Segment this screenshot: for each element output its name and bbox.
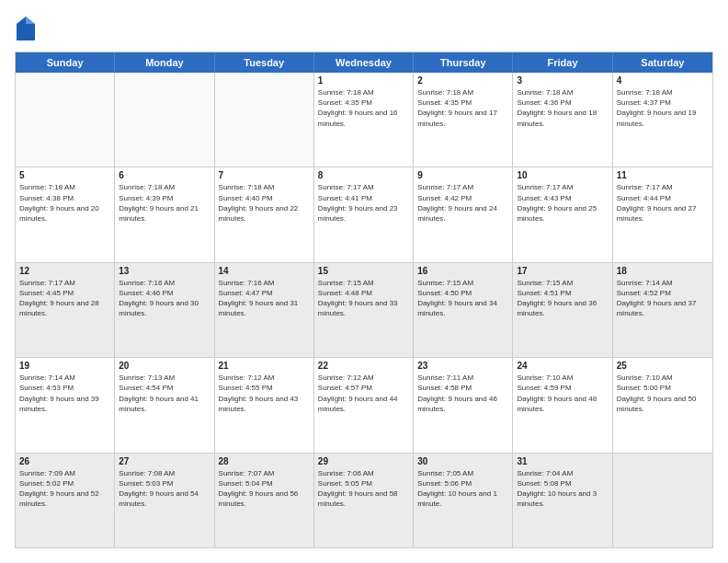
cell-info: Sunrise: 7:05 AM Sunset: 5:06 PM Dayligh… xyxy=(417,468,508,510)
day-number: 20 xyxy=(119,361,210,371)
calendar-cell xyxy=(16,73,115,167)
weekday-header: Thursday xyxy=(414,52,513,73)
calendar-row: 26Sunrise: 7:09 AM Sunset: 5:02 PM Dayli… xyxy=(16,454,712,547)
day-number: 26 xyxy=(19,456,110,466)
cell-info: Sunrise: 7:10 AM Sunset: 5:00 PM Dayligh… xyxy=(617,373,709,414)
weekday-header: Saturday xyxy=(613,52,712,73)
calendar-row: 1Sunrise: 7:18 AM Sunset: 4:35 PM Daylig… xyxy=(16,73,712,167)
day-number: 24 xyxy=(517,361,608,371)
day-number: 19 xyxy=(19,361,110,371)
calendar-cell: 23Sunrise: 7:11 AM Sunset: 4:58 PM Dayli… xyxy=(414,358,513,452)
calendar-cell: 24Sunrise: 7:10 AM Sunset: 4:59 PM Dayli… xyxy=(513,358,612,452)
day-number: 4 xyxy=(617,75,709,86)
cell-info: Sunrise: 7:08 AM Sunset: 5:03 PM Dayligh… xyxy=(119,468,210,510)
day-number: 1 xyxy=(318,75,409,86)
day-number: 11 xyxy=(617,170,709,180)
calendar-cell: 31Sunrise: 7:04 AM Sunset: 5:08 PM Dayli… xyxy=(513,454,612,547)
cell-info: Sunrise: 7:16 AM Sunset: 4:47 PM Dayligh… xyxy=(219,278,310,319)
calendar-cell: 11Sunrise: 7:17 AM Sunset: 4:44 PM Dayli… xyxy=(613,167,712,261)
calendar-cell: 7Sunrise: 7:18 AM Sunset: 4:40 PM Daylig… xyxy=(215,167,314,261)
day-number: 29 xyxy=(318,456,409,466)
cell-info: Sunrise: 7:18 AM Sunset: 4:35 PM Dayligh… xyxy=(417,87,508,129)
logo-icon xyxy=(15,15,37,42)
calendar-cell: 27Sunrise: 7:08 AM Sunset: 5:03 PM Dayli… xyxy=(115,454,214,547)
calendar: SundayMondayTuesdayWednesdayThursdayFrid… xyxy=(15,52,713,548)
calendar-header: SundayMondayTuesdayWednesdayThursdayFrid… xyxy=(16,52,712,73)
calendar-cell: 30Sunrise: 7:05 AM Sunset: 5:06 PM Dayli… xyxy=(414,454,513,547)
day-number: 14 xyxy=(219,266,310,276)
calendar-cell: 1Sunrise: 7:18 AM Sunset: 4:35 PM Daylig… xyxy=(314,73,414,167)
cell-info: Sunrise: 7:10 AM Sunset: 4:59 PM Dayligh… xyxy=(517,373,608,414)
day-number: 16 xyxy=(417,266,508,276)
calendar-cell: 4Sunrise: 7:18 AM Sunset: 4:37 PM Daylig… xyxy=(613,73,712,167)
calendar-cell: 18Sunrise: 7:14 AM Sunset: 4:52 PM Dayli… xyxy=(613,263,712,357)
calendar-cell: 20Sunrise: 7:13 AM Sunset: 4:54 PM Dayli… xyxy=(115,358,214,452)
header xyxy=(15,15,713,42)
cell-info: Sunrise: 7:07 AM Sunset: 5:04 PM Dayligh… xyxy=(219,468,310,510)
calendar-cell xyxy=(115,73,214,167)
calendar-cell xyxy=(215,73,314,167)
day-number: 9 xyxy=(417,170,508,180)
day-number: 8 xyxy=(318,170,409,180)
weekday-header: Monday xyxy=(115,52,214,73)
logo xyxy=(15,15,40,42)
day-number: 7 xyxy=(219,170,310,180)
day-number: 3 xyxy=(517,75,608,86)
calendar-cell: 22Sunrise: 7:12 AM Sunset: 4:57 PM Dayli… xyxy=(314,358,414,452)
cell-info: Sunrise: 7:17 AM Sunset: 4:41 PM Dayligh… xyxy=(318,182,409,224)
calendar-cell: 10Sunrise: 7:17 AM Sunset: 4:43 PM Dayli… xyxy=(513,167,612,261)
cell-info: Sunrise: 7:14 AM Sunset: 4:53 PM Dayligh… xyxy=(19,373,110,414)
day-number: 31 xyxy=(517,456,608,466)
weekday-header: Sunday xyxy=(16,52,115,73)
calendar-cell: 3Sunrise: 7:18 AM Sunset: 4:36 PM Daylig… xyxy=(513,73,612,167)
calendar-cell: 13Sunrise: 7:16 AM Sunset: 4:46 PM Dayli… xyxy=(115,263,214,357)
weekday-header: Wednesday xyxy=(314,52,414,73)
day-number: 21 xyxy=(219,361,310,371)
day-number: 5 xyxy=(19,170,110,180)
calendar-row: 12Sunrise: 7:17 AM Sunset: 4:45 PM Dayli… xyxy=(16,263,712,358)
day-number: 22 xyxy=(318,361,409,371)
cell-info: Sunrise: 7:17 AM Sunset: 4:44 PM Dayligh… xyxy=(617,182,709,224)
calendar-cell: 2Sunrise: 7:18 AM Sunset: 4:35 PM Daylig… xyxy=(414,73,513,167)
day-number: 25 xyxy=(617,361,709,371)
day-number: 12 xyxy=(19,266,110,276)
cell-info: Sunrise: 7:06 AM Sunset: 5:05 PM Dayligh… xyxy=(318,468,409,510)
calendar-cell: 15Sunrise: 7:15 AM Sunset: 4:48 PM Dayli… xyxy=(314,263,414,357)
cell-info: Sunrise: 7:15 AM Sunset: 4:48 PM Dayligh… xyxy=(318,278,409,319)
day-number: 6 xyxy=(119,170,210,180)
cell-info: Sunrise: 7:17 AM Sunset: 4:45 PM Dayligh… xyxy=(19,278,110,319)
day-number: 18 xyxy=(617,266,709,276)
calendar-cell: 5Sunrise: 7:18 AM Sunset: 4:38 PM Daylig… xyxy=(16,167,115,261)
calendar-cell: 29Sunrise: 7:06 AM Sunset: 5:05 PM Dayli… xyxy=(314,454,414,547)
cell-info: Sunrise: 7:16 AM Sunset: 4:46 PM Dayligh… xyxy=(119,278,210,319)
cell-info: Sunrise: 7:18 AM Sunset: 4:37 PM Dayligh… xyxy=(617,87,709,129)
calendar-cell xyxy=(613,454,712,547)
calendar-cell: 8Sunrise: 7:17 AM Sunset: 4:41 PM Daylig… xyxy=(314,167,414,261)
cell-info: Sunrise: 7:17 AM Sunset: 4:43 PM Dayligh… xyxy=(517,182,608,224)
cell-info: Sunrise: 7:11 AM Sunset: 4:58 PM Dayligh… xyxy=(417,373,508,414)
day-number: 15 xyxy=(318,266,409,276)
calendar-cell: 16Sunrise: 7:15 AM Sunset: 4:50 PM Dayli… xyxy=(414,263,513,357)
cell-info: Sunrise: 7:12 AM Sunset: 4:55 PM Dayligh… xyxy=(219,373,310,414)
cell-info: Sunrise: 7:13 AM Sunset: 4:54 PM Dayligh… xyxy=(119,373,210,414)
svg-marker-1 xyxy=(26,17,35,24)
day-number: 2 xyxy=(417,75,508,86)
cell-info: Sunrise: 7:04 AM Sunset: 5:08 PM Dayligh… xyxy=(517,468,608,510)
cell-info: Sunrise: 7:09 AM Sunset: 5:02 PM Dayligh… xyxy=(19,468,110,510)
cell-info: Sunrise: 7:18 AM Sunset: 4:38 PM Dayligh… xyxy=(19,182,110,224)
day-number: 30 xyxy=(417,456,508,466)
cell-info: Sunrise: 7:12 AM Sunset: 4:57 PM Dayligh… xyxy=(318,373,409,414)
calendar-row: 19Sunrise: 7:14 AM Sunset: 4:53 PM Dayli… xyxy=(16,358,712,453)
calendar-cell: 17Sunrise: 7:15 AM Sunset: 4:51 PM Dayli… xyxy=(513,263,612,357)
calendar-cell: 9Sunrise: 7:17 AM Sunset: 4:42 PM Daylig… xyxy=(414,167,513,261)
calendar-cell: 19Sunrise: 7:14 AM Sunset: 4:53 PM Dayli… xyxy=(16,358,115,452)
cell-info: Sunrise: 7:17 AM Sunset: 4:42 PM Dayligh… xyxy=(417,182,508,224)
cell-info: Sunrise: 7:15 AM Sunset: 4:51 PM Dayligh… xyxy=(517,278,608,319)
cell-info: Sunrise: 7:18 AM Sunset: 4:35 PM Dayligh… xyxy=(318,87,409,129)
weekday-header: Friday xyxy=(513,52,612,73)
day-number: 27 xyxy=(119,456,210,466)
calendar-cell: 26Sunrise: 7:09 AM Sunset: 5:02 PM Dayli… xyxy=(16,454,115,547)
calendar-cell: 21Sunrise: 7:12 AM Sunset: 4:55 PM Dayli… xyxy=(215,358,314,452)
calendar-cell: 14Sunrise: 7:16 AM Sunset: 4:47 PM Dayli… xyxy=(215,263,314,357)
calendar-cell: 6Sunrise: 7:18 AM Sunset: 4:39 PM Daylig… xyxy=(115,167,214,261)
